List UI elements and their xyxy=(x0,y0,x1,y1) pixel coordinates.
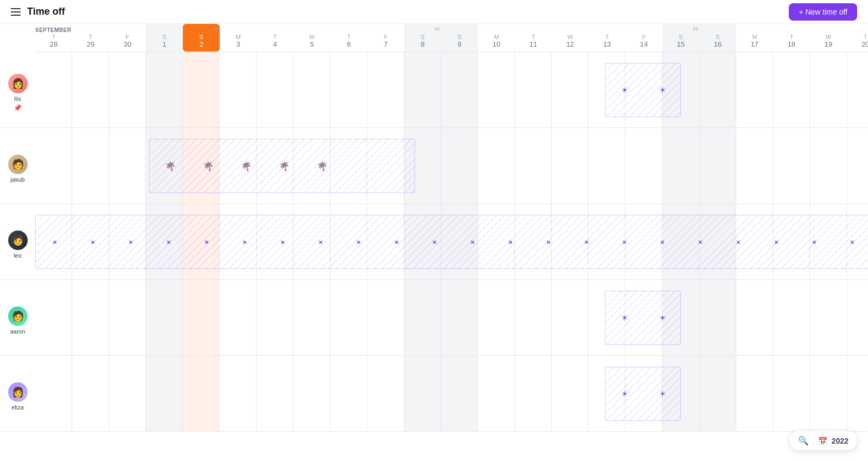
sun-icon: ☀ xyxy=(659,313,666,322)
day-col-aaron-19 xyxy=(736,280,773,355)
people-area: 👩liis📌☀☀🧑jakub🌴🌴🌴🌴🌴🧑leo×××××××××××××××××… xyxy=(0,52,868,432)
sun-icon: ☀ xyxy=(659,86,666,94)
day-col-liis-21 xyxy=(810,52,847,127)
avatar-leo: 🧑 xyxy=(8,230,28,250)
day-col-jakub-11 xyxy=(441,128,478,203)
date-cell-9: S9 xyxy=(441,24,478,52)
day-col-eliza-13 xyxy=(515,356,552,431)
page-title: Time off xyxy=(27,6,65,17)
date-cell-6: T6 xyxy=(330,24,367,52)
person-name-liis: liis xyxy=(14,95,21,102)
day-col-aaron-1 xyxy=(72,280,109,355)
x-icon: × xyxy=(850,238,854,246)
day-col-liis-1 xyxy=(72,52,109,127)
x-icon: × xyxy=(698,238,703,246)
x-icon: × xyxy=(622,238,627,246)
day-col-jakub-15 xyxy=(589,128,626,203)
x-icon: × xyxy=(318,238,323,246)
day-col-eliza-19 xyxy=(736,356,773,431)
day-col-jakub-21 xyxy=(810,128,847,203)
calendar-icon: 📅 xyxy=(818,437,827,445)
day-col-aaron-4 xyxy=(183,280,220,355)
day-col-liis-3 xyxy=(146,52,183,127)
day-col-eliza-1 xyxy=(72,356,109,431)
date-cell-20: T20 xyxy=(847,24,868,52)
palm-icon: 🌴 xyxy=(279,161,290,171)
day-col-liis-7 xyxy=(293,52,330,127)
day-col-jakub-19 xyxy=(736,128,773,203)
day-col-liis-8 xyxy=(330,52,367,127)
date-cell-2: 40S2 xyxy=(183,24,220,52)
bottom-widget: 🔍 📅 2022 xyxy=(789,431,857,450)
day-col-aaron-5 xyxy=(220,280,257,355)
widget-divider xyxy=(813,437,814,445)
avatar-liis: 👩 xyxy=(8,74,28,93)
day-col-liis-19 xyxy=(736,52,773,127)
date-cell-28: T28 xyxy=(35,24,72,52)
day-col-liis-4 xyxy=(183,52,220,127)
day-col-liis-18 xyxy=(699,52,736,127)
day-col-aaron-11 xyxy=(441,280,478,355)
day-col-liis-6 xyxy=(257,52,293,127)
x-icon: × xyxy=(546,238,551,246)
day-col-aaron-12 xyxy=(478,280,515,355)
day-col-eliza-22 xyxy=(847,356,868,431)
date-cell-1: S1 xyxy=(146,24,183,52)
new-time-off-button[interactable]: + New time off xyxy=(789,3,857,21)
date-cell-12: W12 xyxy=(552,24,589,52)
x-icon: × xyxy=(53,238,57,246)
person-row-jakub: 🧑jakub🌴🌴🌴🌴🌴 xyxy=(0,128,868,204)
person-info-aaron: 🧑aaron xyxy=(0,280,35,355)
date-cell-19: W19 xyxy=(810,24,847,52)
avatar-aaron: 🧑 xyxy=(8,306,28,326)
x-icon: × xyxy=(394,238,399,246)
day-col-jakub-18 xyxy=(699,128,736,203)
sun-icon: ☀ xyxy=(621,389,628,398)
day-col-eliza-10 xyxy=(404,356,441,431)
day-col-eliza-5 xyxy=(220,356,257,431)
day-col-eliza-2 xyxy=(109,356,146,431)
date-cell-5: W5 xyxy=(293,24,330,52)
header-left: Time off xyxy=(11,6,65,17)
day-col-jakub-1 xyxy=(72,128,109,203)
menu-icon[interactable] xyxy=(11,8,21,16)
person-row-liis: 👩liis📌☀☀ xyxy=(0,52,868,128)
date-cell-14: F14 xyxy=(626,24,662,52)
day-col-eliza-11 xyxy=(441,356,478,431)
x-icon: × xyxy=(774,238,778,246)
timeoff-block-aaron: ☀☀ xyxy=(605,291,681,345)
date-cell-10: M10 xyxy=(478,24,515,52)
day-col-eliza-0 xyxy=(35,356,72,431)
avatar-jakub: 🧑 xyxy=(8,155,28,174)
zoom-icon[interactable]: 🔍 xyxy=(798,436,809,446)
x-icon: × xyxy=(470,238,475,246)
day-col-aaron-9 xyxy=(367,280,404,355)
person-grid-eliza: ☀☀ xyxy=(35,356,868,431)
app: Time off + New time off SEPTEMBER OCTOBE… xyxy=(0,0,868,461)
day-col-aaron-14 xyxy=(552,280,589,355)
person-name-jakub: jakub xyxy=(10,176,24,183)
date-cell-30: F30 xyxy=(109,24,146,52)
person-info-jakub: 🧑jakub xyxy=(0,128,35,203)
person-row-aaron: 🧑aaron☀☀ xyxy=(0,280,868,356)
x-icon: × xyxy=(432,238,437,246)
day-col-eliza-9 xyxy=(367,356,404,431)
day-col-liis-12 xyxy=(478,52,515,127)
x-icon: × xyxy=(242,238,247,246)
date-header: SEPTEMBER OCTOBER T28T29F30S140S2M3T4W5T… xyxy=(35,24,868,52)
x-icon: × xyxy=(812,238,816,246)
day-col-eliza-12 xyxy=(478,356,515,431)
day-col-liis-20 xyxy=(773,52,810,127)
day-col-eliza-7 xyxy=(293,356,330,431)
timeoff-block-liis: ☀☀ xyxy=(605,63,681,117)
date-cell-3: M3 xyxy=(220,24,257,52)
day-col-aaron-20 xyxy=(773,280,810,355)
day-col-jakub-12 xyxy=(478,128,515,203)
day-col-liis-11 xyxy=(441,52,478,127)
day-col-aaron-8 xyxy=(330,280,367,355)
sun-icon: ☀ xyxy=(621,86,628,94)
person-row-eliza: 👩eliza☀☀ xyxy=(0,356,868,432)
day-col-jakub-14 xyxy=(552,128,589,203)
day-col-eliza-3 xyxy=(146,356,183,431)
date-cell-18: T18 xyxy=(773,24,810,52)
